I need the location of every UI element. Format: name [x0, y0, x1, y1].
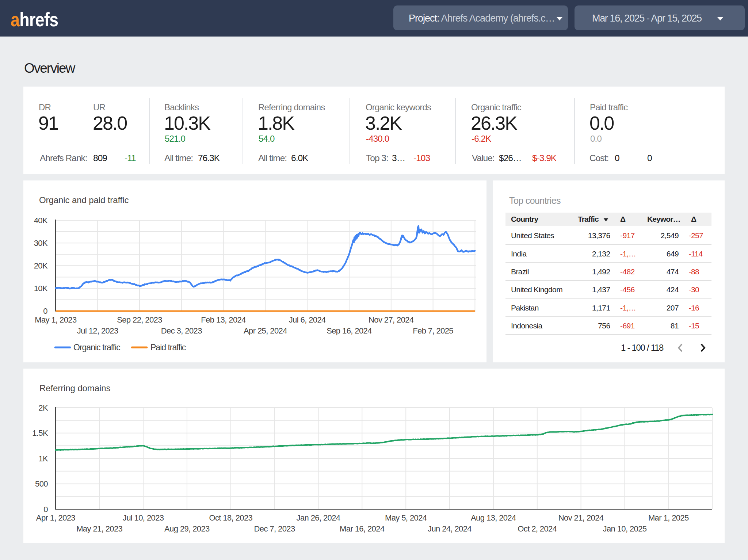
svg-text:Aug 29, 2023: Aug 29, 2023: [164, 524, 210, 533]
svg-text:Jan 10, 2025: Jan 10, 2025: [603, 524, 646, 533]
svg-text:May 21, 2023: May 21, 2023: [76, 524, 122, 533]
svg-text:Sep 22, 2023: Sep 22, 2023: [117, 315, 162, 324]
svg-text:1.5K: 1.5K: [32, 428, 48, 438]
svg-text:40K: 40K: [34, 216, 48, 225]
svg-text:Feb 13, 2024: Feb 13, 2024: [201, 315, 246, 324]
svg-text:Referring domains: Referring domains: [39, 383, 110, 393]
svg-text:1K: 1K: [38, 454, 48, 463]
svg-text:Jul 6, 2024: Jul 6, 2024: [289, 315, 326, 324]
svg-text:0: 0: [43, 306, 47, 316]
svg-text:Aug 13, 2024: Aug 13, 2024: [471, 513, 516, 522]
svg-text:Jul 10, 2023: Jul 10, 2023: [123, 513, 164, 522]
svg-text:0: 0: [43, 505, 48, 514]
svg-text:Apr 1, 2023: Apr 1, 2023: [36, 513, 76, 522]
svg-text:Nov 21, 2024: Nov 21, 2024: [558, 513, 604, 522]
svg-text:Organic traffic: Organic traffic: [73, 343, 120, 352]
svg-text:May 1, 2023: May 1, 2023: [35, 315, 77, 324]
svg-text:Feb 7, 2025: Feb 7, 2025: [413, 326, 453, 335]
svg-text:Organic and paid traffic: Organic and paid traffic: [39, 195, 129, 205]
svg-text:2K: 2K: [38, 403, 48, 412]
svg-text:Sep 16, 2024: Sep 16, 2024: [327, 326, 372, 335]
svg-text:Oct 18, 2023: Oct 18, 2023: [209, 513, 252, 522]
svg-text:Jun 24, 2024: Jun 24, 2024: [428, 524, 472, 533]
svg-text:10K: 10K: [34, 284, 48, 293]
svg-text:Jul 12, 2023: Jul 12, 2023: [77, 326, 118, 335]
svg-text:Nov 27, 2024: Nov 27, 2024: [369, 315, 414, 324]
svg-text:20K: 20K: [34, 261, 48, 270]
svg-text:May 5, 2024: May 5, 2024: [385, 513, 427, 522]
svg-text:Paid traffic: Paid traffic: [150, 343, 186, 352]
svg-text:Apr 25, 2024: Apr 25, 2024: [244, 326, 287, 335]
svg-text:Oct 2, 2024: Oct 2, 2024: [518, 524, 557, 533]
svg-text:Dec 3, 2023: Dec 3, 2023: [161, 326, 202, 335]
svg-text:30K: 30K: [34, 239, 48, 248]
svg-text:Mar 16, 2024: Mar 16, 2024: [340, 524, 385, 533]
svg-text:Jan 26, 2024: Jan 26, 2024: [296, 513, 340, 522]
svg-text:Dec 7, 2023: Dec 7, 2023: [254, 524, 295, 533]
svg-text:500: 500: [35, 479, 48, 488]
svg-text:Mar 1, 2025: Mar 1, 2025: [648, 513, 689, 522]
